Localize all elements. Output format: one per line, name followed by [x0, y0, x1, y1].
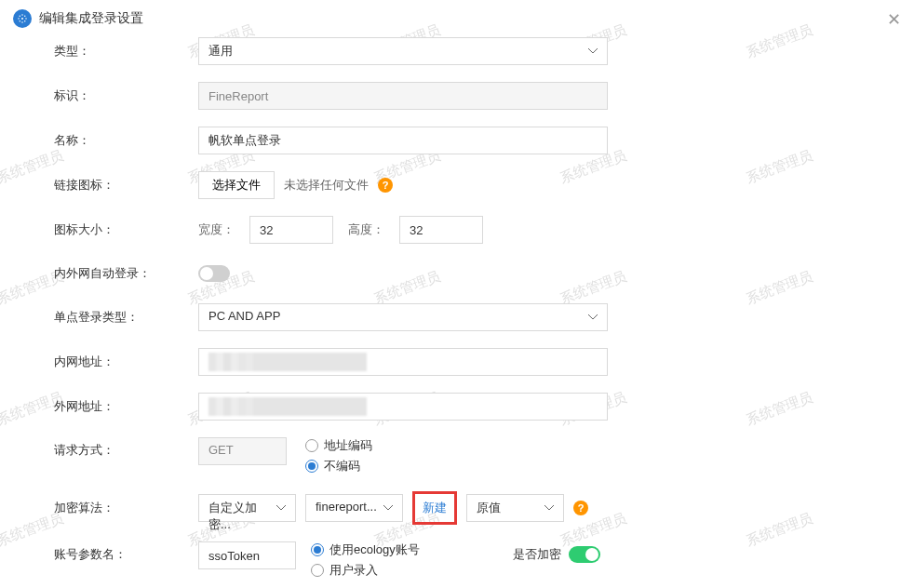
svg-point-1	[21, 14, 23, 16]
name-input[interactable]	[198, 127, 608, 154]
intranet-label: 内网地址：	[54, 354, 198, 370]
encrypt-key-select[interactable]: finereport...	[305, 494, 403, 522]
svg-point-3	[18, 18, 20, 20]
encrypt-type-select[interactable]: 自定义加密...	[198, 494, 296, 522]
account-param-input[interactable]	[198, 541, 296, 569]
redacted-content	[208, 353, 367, 371]
no-encode-radio[interactable]	[305, 460, 318, 473]
icon-size-label: 图标大小：	[54, 221, 198, 238]
svg-point-7	[20, 20, 21, 22]
extranet-label: 外网地址：	[54, 398, 198, 415]
request-method-label: 请求方式：	[54, 437, 198, 459]
svg-point-5	[20, 16, 21, 18]
account-param-label: 账号参数名：	[54, 541, 198, 563]
sso-type-label: 单点登录类型：	[54, 309, 198, 326]
svg-point-8	[24, 20, 26, 22]
sso-type-select[interactable]: PC AND APP	[198, 303, 608, 331]
identifier-input	[198, 82, 608, 110]
width-sublabel: 宽度：	[198, 221, 235, 238]
user-input-label: 用户录入	[329, 562, 378, 579]
auto-login-toggle[interactable]	[198, 265, 230, 282]
use-ecology-label: 使用ecology账号	[329, 541, 420, 558]
dialog-header: 编辑集成登录设置	[0, 0, 914, 37]
help-icon[interactable]: ?	[573, 501, 588, 515]
dialog-title: 编辑集成登录设置	[39, 10, 143, 27]
choose-file-button[interactable]: 选择文件	[198, 171, 275, 199]
help-icon[interactable]: ?	[378, 178, 393, 193]
encrypt-value-select[interactable]: 原值	[466, 494, 564, 522]
encrypt-algo-label: 加密算法：	[54, 500, 198, 516]
request-method-select[interactable]: GET	[198, 437, 287, 465]
extranet-input[interactable]	[198, 393, 608, 421]
new-link[interactable]: 新建	[415, 494, 454, 522]
close-icon[interactable]: ✕	[887, 9, 901, 30]
height-sublabel: 高度：	[348, 221, 384, 238]
icon-width-input[interactable]	[249, 216, 333, 244]
file-hint-text: 未选择任何文件	[284, 177, 369, 194]
type-label: 类型：	[54, 43, 198, 60]
icon-height-input[interactable]	[399, 216, 483, 244]
svg-point-6	[24, 16, 26, 18]
encrypt-toggle[interactable]	[569, 546, 600, 563]
highlight-box: 新建	[412, 491, 457, 525]
encrypt-toggle-label: 是否加密	[513, 546, 561, 563]
svg-point-0	[21, 18, 23, 20]
encode-url-radio[interactable]	[305, 439, 318, 452]
redacted-content	[208, 397, 367, 416]
intranet-input[interactable]	[198, 348, 608, 376]
app-icon	[13, 9, 32, 28]
auto-login-label: 内外网自动登录：	[54, 265, 198, 282]
name-label: 名称：	[54, 132, 198, 149]
link-icon-label: 链接图标：	[54, 177, 198, 194]
no-encode-label: 不编码	[324, 458, 360, 474]
svg-point-2	[21, 21, 23, 23]
encode-url-label: 地址编码	[324, 437, 372, 454]
svg-point-4	[25, 18, 27, 20]
user-input-radio[interactable]	[311, 564, 324, 577]
identifier-label: 标识：	[54, 87, 198, 104]
use-ecology-radio[interactable]	[311, 543, 324, 556]
type-select[interactable]: 通用	[198, 37, 608, 65]
